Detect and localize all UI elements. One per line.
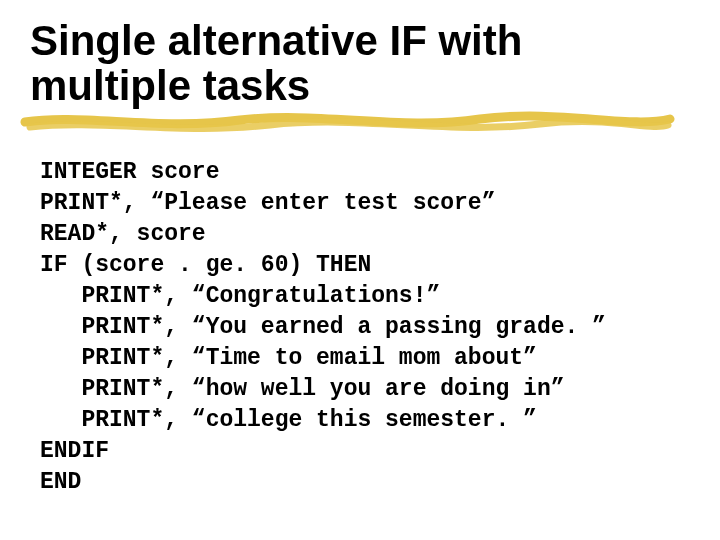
- code-block: INTEGER score PRINT*, “Please enter test…: [40, 157, 690, 499]
- slide-title: Single alternative IF with multiple task…: [30, 18, 690, 109]
- code-line: PRINT*, “college this semester. ”: [40, 407, 537, 433]
- code-line: PRINT*, “You earned a passing grade. ”: [40, 314, 606, 340]
- code-line: END: [40, 469, 81, 495]
- code-line: PRINT*, “Please enter test score”: [40, 190, 495, 216]
- title-line-1: Single alternative IF with: [30, 17, 522, 64]
- title-underline: [30, 113, 690, 139]
- code-line: PRINT*, “Congratulations!”: [40, 283, 440, 309]
- scribble-underline-icon: [20, 107, 680, 137]
- code-line: IF (score . ge. 60) THEN: [40, 252, 371, 278]
- code-line: ENDIF: [40, 438, 109, 464]
- code-line: PRINT*, “how well you are doing in”: [40, 376, 565, 402]
- code-line: READ*, score: [40, 221, 206, 247]
- code-line: PRINT*, “Time to email mom about”: [40, 345, 537, 371]
- slide: Single alternative IF with multiple task…: [0, 0, 720, 540]
- title-line-2: multiple tasks: [30, 62, 310, 109]
- code-line: INTEGER score: [40, 159, 219, 185]
